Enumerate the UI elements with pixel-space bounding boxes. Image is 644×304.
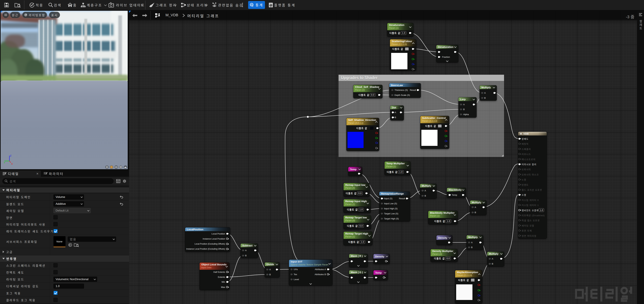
svg-text:Z: Z xyxy=(10,154,12,157)
svg-text:i: i xyxy=(252,5,253,7)
svg-text:Y: Y xyxy=(4,161,6,164)
svg-text:X: X xyxy=(11,162,13,165)
